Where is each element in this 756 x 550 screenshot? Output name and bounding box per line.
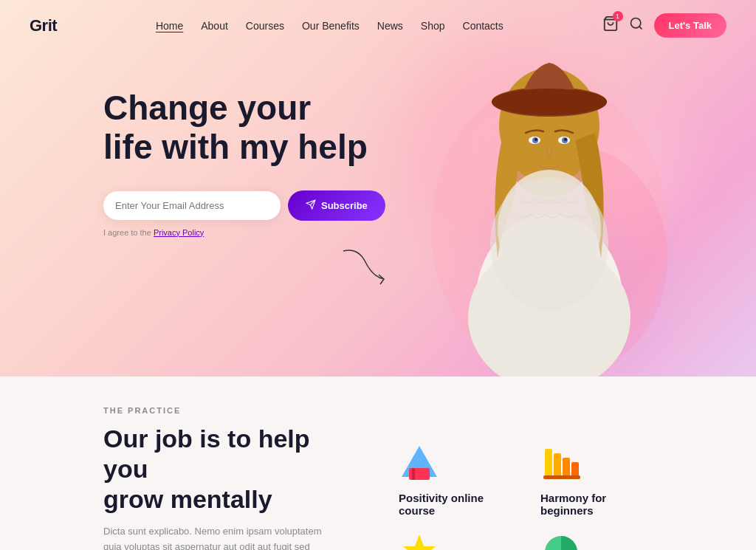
nav-item-benefits[interactable]: Our Benefits	[302, 19, 360, 32]
courses-grid: Positivity online course Harmony for be	[399, 406, 653, 550]
course-name-harmony: Harmony for beginners	[540, 492, 653, 517]
nav-item-home[interactable]: Home	[156, 19, 183, 32]
course-card-3[interactable]	[399, 532, 511, 550]
hero-privacy: I agree to the Privacy Policy	[103, 228, 385, 237]
nav-actions: 1 Let's Talk	[602, 13, 726, 38]
bottom-content: THE PRACTICE Our job is to help you grow…	[103, 406, 653, 550]
lets-talk-button[interactable]: Let's Talk	[654, 13, 726, 38]
nav-links: Home About Courses Our Benefits News Sho…	[156, 19, 504, 32]
search-icon[interactable]	[629, 16, 644, 35]
svg-rect-27	[543, 475, 580, 479]
cart-icon[interactable]: 1	[602, 16, 619, 35]
nav-item-about[interactable]: About	[201, 19, 228, 32]
course-icon-3	[399, 532, 440, 550]
course-icon-4	[540, 532, 582, 550]
svg-rect-24	[554, 453, 561, 478]
section-title: Our job is to help you grow mentally	[103, 424, 340, 514]
nav-item-courses[interactable]: Courses	[246, 19, 284, 32]
nav-item-contacts[interactable]: Contacts	[463, 19, 504, 32]
nav-item-shop[interactable]: Shop	[421, 19, 445, 32]
course-card-4[interactable]	[540, 532, 653, 550]
svg-rect-22	[412, 468, 415, 480]
cart-badge: 1	[613, 11, 623, 21]
section-description: Dicta sunt explicabo. Nemo enim ipsam vo…	[103, 524, 325, 550]
brand-logo[interactable]: Grit	[30, 16, 57, 35]
privacy-link[interactable]: Privacy Policy	[154, 228, 204, 237]
navbar: Grit Home About Courses Our Benefits New…	[0, 0, 756, 51]
svg-point-19	[490, 177, 608, 310]
svg-point-1	[630, 18, 640, 28]
hero-section: Change your life with my help Subscribe …	[0, 0, 756, 377]
practice-section: THE PRACTICE Our job is to help you grow…	[0, 377, 756, 550]
svg-point-11	[492, 89, 607, 115]
email-input[interactable]	[103, 191, 281, 220]
course-icon-positivity	[399, 443, 440, 484]
practice-left: THE PRACTICE Our job is to help you grow…	[103, 406, 399, 550]
section-label: THE PRACTICE	[103, 406, 399, 415]
subscribe-icon	[306, 199, 316, 212]
svg-rect-23	[545, 449, 552, 478]
hero-content: Change your life with my help Subscribe …	[103, 89, 385, 237]
course-card-harmony[interactable]: Harmony for beginners	[540, 443, 653, 517]
svg-line-2	[639, 27, 642, 30]
hero-title: Change your life with my help	[103, 89, 385, 167]
nav-item-news[interactable]: News	[377, 19, 403, 32]
course-card-positivity[interactable]: Positivity online course	[399, 443, 511, 517]
svg-point-17	[564, 138, 567, 141]
hero-person	[402, 15, 697, 377]
decorative-arrow	[336, 244, 395, 291]
svg-marker-28	[403, 534, 436, 550]
svg-rect-25	[563, 458, 570, 478]
course-name-positivity: Positivity online course	[399, 492, 511, 517]
svg-point-16	[535, 138, 537, 141]
hero-form: Subscribe	[103, 190, 385, 221]
course-icon-harmony	[540, 443, 582, 484]
subscribe-button[interactable]: Subscribe	[288, 190, 385, 221]
